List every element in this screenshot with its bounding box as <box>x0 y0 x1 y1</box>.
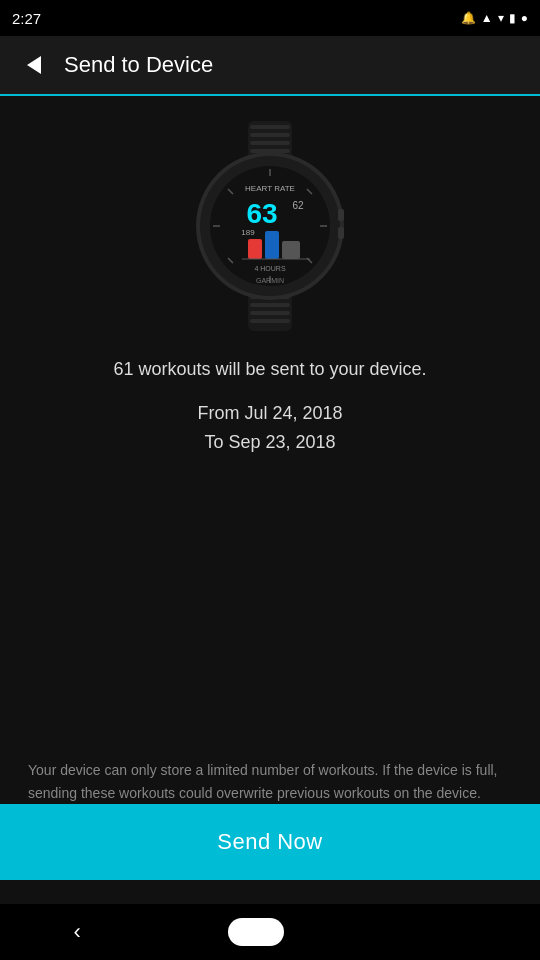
status-bar: 2:27 🔔 ▲ ▾ ▮ ● <box>0 0 540 36</box>
warning-text: Your device can only store a limited num… <box>24 759 516 804</box>
svg-text:62: 62 <box>292 200 304 211</box>
workout-count-text: 61 workouts will be sent to your device. <box>113 356 426 383</box>
main-content: HEART RATE 63 62 189 4 HOURS GARMIN 61 w… <box>0 96 540 824</box>
svg-rect-27 <box>248 239 262 259</box>
svg-rect-9 <box>250 319 290 323</box>
watch-image: HEART RATE 63 62 189 4 HOURS GARMIN <box>170 116 370 336</box>
toolbar: Send to Device <box>0 36 540 96</box>
svg-rect-7 <box>250 303 290 307</box>
back-button[interactable] <box>16 47 52 83</box>
svg-text:HEART RATE: HEART RATE <box>245 184 295 193</box>
notification-icon: 🔔 <box>461 11 476 25</box>
svg-rect-3 <box>250 141 290 145</box>
watch-svg: HEART RATE 63 62 189 4 HOURS GARMIN <box>180 121 360 331</box>
signal-icon: ▲ <box>481 11 493 25</box>
status-time: 2:27 <box>12 10 41 27</box>
svg-text:189: 189 <box>241 228 255 237</box>
send-now-button[interactable]: Send Now <box>0 804 540 880</box>
svg-text:GARMIN: GARMIN <box>256 277 284 284</box>
date-from: From Jul 24, 2018 <box>197 403 342 424</box>
svg-rect-29 <box>282 241 300 259</box>
nav-bar: ‹ <box>0 904 540 960</box>
date-to: To Sep 23, 2018 <box>204 432 335 453</box>
toolbar-title: Send to Device <box>64 52 213 78</box>
svg-rect-2 <box>250 133 290 137</box>
battery-icon: ▮ <box>509 11 516 25</box>
svg-rect-1 <box>250 125 290 129</box>
nav-home-button[interactable] <box>228 918 284 946</box>
send-now-label: Send Now <box>217 829 323 855</box>
svg-text:63: 63 <box>246 198 277 229</box>
svg-rect-8 <box>250 311 290 315</box>
svg-rect-21 <box>338 209 344 221</box>
status-icons: 🔔 ▲ ▾ ▮ ● <box>461 11 528 25</box>
svg-text:4 HOURS: 4 HOURS <box>254 265 285 272</box>
svg-rect-22 <box>338 227 344 239</box>
nav-back-button[interactable]: ‹ <box>73 919 80 945</box>
dot-indicator: ● <box>521 11 528 25</box>
wifi-icon: ▾ <box>498 11 504 25</box>
back-arrow-icon <box>27 56 41 74</box>
svg-rect-28 <box>265 231 279 259</box>
